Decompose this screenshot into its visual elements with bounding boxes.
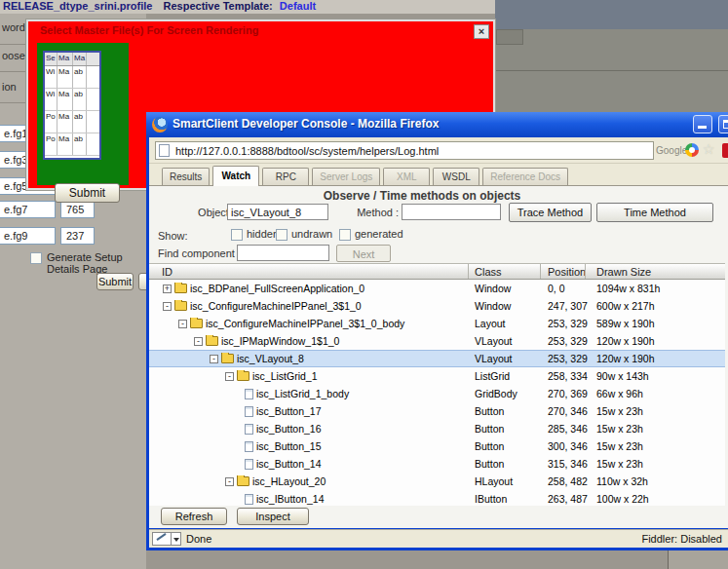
- generate-setup-checkbox[interactable]: [30, 252, 42, 264]
- cut-label-ion: ion: [2, 81, 17, 93]
- tab-server-logs[interactable]: Server Logs: [312, 168, 380, 185]
- status-tool-button[interactable]: [152, 532, 181, 546]
- time-method-button[interactable]: Time Method: [596, 203, 713, 222]
- tree-row-isc_ConfigureMachineIPPanel_3$1_0[interactable]: -isc_ConfigureMachineIPPanel_3$1_0Window…: [149, 297, 725, 315]
- url-input[interactable]: [155, 141, 654, 160]
- collapse-icon[interactable]: -: [194, 337, 203, 346]
- find-component-input[interactable]: [237, 245, 329, 261]
- collapse-icon[interactable]: -: [225, 372, 234, 381]
- row-size: 100w x 22h: [586, 493, 725, 505]
- tab-rpc[interactable]: RPC: [262, 168, 309, 185]
- row-class: VLayout: [469, 335, 541, 347]
- column-class[interactable]: Class: [469, 264, 541, 279]
- mini-grid-col-Se: Se: [45, 53, 57, 65]
- show-option-generated: generated: [339, 228, 403, 241]
- row-size: 1094w x 831h: [586, 283, 725, 294]
- row-position: 253, 329: [541, 353, 586, 364]
- file-icon: [245, 459, 253, 470]
- row-size: 15w x 23h: [586, 423, 725, 435]
- tab-watch[interactable]: Watch: [212, 166, 259, 186]
- row-size: 15w x 23h: [586, 440, 725, 452]
- tab-xml[interactable]: XML: [383, 168, 430, 185]
- generate-setup-label: Generate Setup Details Page: [47, 251, 146, 275]
- tree-row-isc_IPMapWindow_1$1_0[interactable]: -isc_IPMapWindow_1$1_0VLayout253, 329120…: [149, 332, 725, 350]
- mini-grid-row[interactable]: WiMaab: [45, 66, 99, 89]
- field-fg7[interactable]: e.fg7: [0, 201, 56, 218]
- refresh-button[interactable]: Refresh: [161, 508, 227, 525]
- maximize-button[interactable]: [718, 115, 728, 133]
- field-fg7-value[interactable]: 765: [60, 201, 95, 218]
- file-icon: [245, 494, 253, 505]
- tree-row-isc_Button_15[interactable]: isc_Button_15Button300, 34615w x 23h: [149, 437, 725, 455]
- row-position: 258, 482: [541, 475, 586, 487]
- field-fg9[interactable]: e.fg9: [0, 227, 56, 245]
- folder-icon: [174, 301, 187, 311]
- row-position: 270, 346: [541, 405, 586, 417]
- mini-grid-cell-empty: [87, 66, 99, 88]
- tree-row-isc_ConfigureMachineIPPanel_3$1_0_body[interactable]: -isc_ConfigureMachineIPPanel_3$1_0_bodyL…: [149, 315, 725, 332]
- next-match-button[interactable]: Next match: [336, 245, 391, 262]
- background-divider: [495, 70, 728, 71]
- collapse-icon[interactable]: -: [163, 302, 172, 311]
- window-titlebar[interactable]: SmartClient Developer Console - Mozilla …: [146, 112, 728, 137]
- grid-header[interactable]: ID Class Position Drawn Size: [149, 263, 725, 280]
- google-icon[interactable]: [685, 143, 699, 157]
- column-drawn-size[interactable]: Drawn Size: [586, 264, 725, 279]
- mini-grid-row[interactable]: PoMaab: [45, 133, 99, 156]
- row-position: 285, 346: [541, 423, 586, 435]
- bookmark-star-icon[interactable]: ☆: [703, 141, 715, 157]
- mini-grid-col-Ma: Ma: [57, 53, 73, 65]
- hidden-checkbox[interactable]: [231, 229, 243, 241]
- close-icon[interactable]: ×: [474, 24, 489, 39]
- folder-icon: [206, 336, 218, 346]
- column-position[interactable]: Position: [541, 264, 586, 279]
- tab-results[interactable]: Results: [162, 168, 210, 185]
- minimize-button[interactable]: [693, 115, 712, 133]
- mini-grid-row[interactable]: PoMaab: [45, 111, 99, 133]
- tab-wsdl[interactable]: WSDL: [433, 168, 479, 185]
- template-value-link[interactable]: Default: [280, 0, 316, 12]
- tree-row-isc_ListGrid_1[interactable]: -isc_ListGrid_1ListGrid258, 33490w x 143…: [149, 367, 725, 385]
- object-input[interactable]: [227, 204, 328, 220]
- mini-grid[interactable]: SeMaMaWiMaabWiMaabPoMaabPoMaab: [43, 51, 101, 160]
- inspect-button[interactable]: Inspect: [237, 508, 309, 525]
- collapse-icon[interactable]: -: [225, 477, 234, 486]
- tab-reference-docs[interactable]: Reference Docs: [482, 168, 568, 185]
- tree-row-isc_VLayout_8[interactable]: -isc_VLayout_8VLayout253, 329120w x 190h: [149, 350, 725, 367]
- toolbar-red-icon[interactable]: [722, 143, 728, 158]
- row-class: ListGrid: [469, 370, 541, 382]
- dropdown-arrow-icon[interactable]: [171, 533, 180, 545]
- tree-row-isc_HLayout_20[interactable]: -isc_HLayout_20HLayout258, 482110w x 32h: [149, 473, 725, 490]
- row-class: GridBody: [469, 388, 541, 399]
- mini-grid-col-Ma: Ma: [73, 53, 87, 65]
- collapse-icon[interactable]: -: [210, 355, 218, 363]
- column-id[interactable]: ID: [149, 264, 469, 279]
- window-title: SmartClient Developer Console - Mozilla …: [172, 117, 439, 131]
- row-position: 263, 487: [541, 493, 586, 505]
- trace-method-button[interactable]: Trace Method: [509, 203, 592, 222]
- form-submit-button[interactable]: Submit: [96, 273, 134, 290]
- tree-row-isc_ListGrid_1_body[interactable]: isc_ListGrid_1_bodyGridBody270, 36966w x…: [149, 385, 725, 402]
- tree-row-isc_Button_14[interactable]: isc_Button_14Button315, 34615w x 23h: [149, 455, 725, 473]
- panel-heading: Observe / Time methods on objects: [149, 189, 695, 203]
- collapse-icon[interactable]: -: [178, 320, 187, 328]
- row-id-text: isc_HLayout_20: [252, 475, 326, 487]
- expand-icon[interactable]: +: [163, 284, 172, 293]
- row-id-text: isc_VLayout_8: [237, 353, 304, 364]
- row-size: 90w x 143h: [586, 370, 725, 382]
- tree-row-isc_IButton_14[interactable]: isc_IButton_14IButton263, 487100w x 22h: [149, 490, 725, 506]
- dialog-submit-button[interactable]: Submit: [55, 183, 120, 203]
- desktop-bottom-right: [669, 550, 728, 569]
- tree-row-isc_BDPanel_FullScreenApplication_0[interactable]: +isc_BDPanel_FullScreenApplication_0Wind…: [149, 280, 725, 297]
- mini-grid-row[interactable]: WiMaab: [45, 89, 99, 111]
- undrawn-checkbox[interactable]: [276, 229, 287, 241]
- mini-grid-cell: Wi: [45, 66, 57, 88]
- method-input[interactable]: [402, 204, 501, 220]
- mini-grid-cell: Ma: [57, 111, 73, 133]
- maximize-icon: [723, 120, 728, 129]
- tree-row-isc_Button_16[interactable]: isc_Button_16Button285, 34615w x 23h: [149, 420, 725, 437]
- mini-grid-cell-empty: [87, 89, 99, 110]
- field-fg9-value[interactable]: 237: [60, 227, 95, 245]
- tree-row-isc_Button_17[interactable]: isc_Button_17Button270, 34615w x 23h: [149, 402, 725, 420]
- generated-checkbox[interactable]: [339, 229, 351, 241]
